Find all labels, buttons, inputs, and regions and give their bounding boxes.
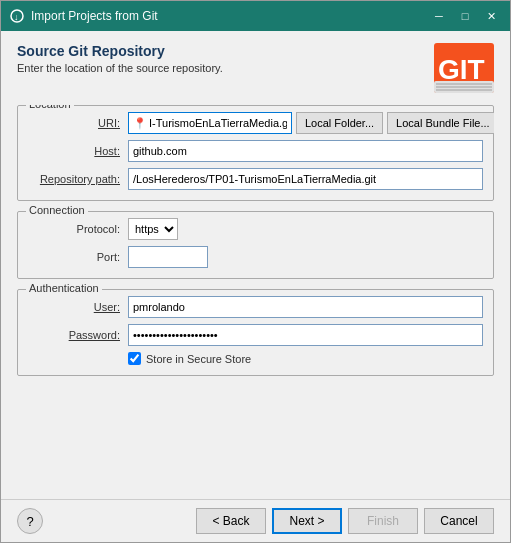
minimize-button[interactable]: ─ bbox=[428, 6, 450, 26]
window-icon: ↓ bbox=[9, 8, 25, 24]
footer: ? < Back Next > Finish Cancel bbox=[1, 499, 510, 542]
password-input[interactable] bbox=[128, 324, 483, 346]
finish-button[interactable]: Finish bbox=[348, 508, 418, 534]
password-label: Password: bbox=[28, 329, 128, 341]
authentication-group: Authentication User: Password: Store in … bbox=[17, 289, 494, 376]
host-label: Host: bbox=[28, 145, 128, 157]
next-button[interactable]: Next > bbox=[272, 508, 342, 534]
repo-path-label: Repository path: bbox=[28, 173, 128, 185]
window-title: Import Projects from Git bbox=[31, 9, 428, 23]
store-checkbox-row: Store in Secure Store bbox=[128, 352, 483, 365]
dialog-content: Source Git Repository Enter the location… bbox=[1, 31, 510, 499]
store-label: Store in Secure Store bbox=[146, 353, 251, 365]
svg-rect-6 bbox=[436, 86, 492, 88]
uri-label: URI: bbox=[28, 117, 128, 129]
local-folder-button[interactable]: Local Folder... bbox=[296, 112, 383, 134]
footer-left: ? bbox=[17, 508, 43, 534]
local-bundle-button[interactable]: Local Bundle File... bbox=[387, 112, 494, 134]
port-input[interactable] bbox=[128, 246, 208, 268]
dialog-header: Source Git Repository Enter the location… bbox=[17, 43, 494, 93]
uri-row: URI: 📍 Local Folder... Local Bundle File… bbox=[28, 112, 483, 134]
help-button[interactable]: ? bbox=[17, 508, 43, 534]
svg-rect-5 bbox=[436, 83, 492, 85]
repo-path-row: Repository path: bbox=[28, 168, 483, 190]
form-section: Location URI: 📍 Local Folder... Local Bu… bbox=[17, 105, 494, 491]
cancel-button[interactable]: Cancel bbox=[424, 508, 494, 534]
port-label: Port: bbox=[28, 251, 128, 263]
uri-input-group: 📍 Local Folder... Local Bundle File... bbox=[128, 112, 494, 134]
location-group-label: Location bbox=[26, 105, 74, 110]
back-button[interactable]: < Back bbox=[196, 508, 266, 534]
store-checkbox[interactable] bbox=[128, 352, 141, 365]
uri-pin-icon: 📍 bbox=[133, 117, 147, 130]
protocol-row: Protocol: https http git ssh bbox=[28, 218, 483, 240]
protocol-label: Protocol: bbox=[28, 223, 128, 235]
protocol-select[interactable]: https http git ssh bbox=[128, 218, 178, 240]
authentication-group-label: Authentication bbox=[26, 282, 102, 294]
connection-group-label: Connection bbox=[26, 204, 88, 216]
title-bar: ↓ Import Projects from Git ─ □ ✕ bbox=[1, 1, 510, 31]
uri-input[interactable] bbox=[149, 117, 287, 129]
host-row: Host: bbox=[28, 140, 483, 162]
uri-input-wrapper: 📍 bbox=[128, 112, 292, 134]
main-window: ↓ Import Projects from Git ─ □ ✕ Source … bbox=[0, 0, 511, 543]
user-label: User: bbox=[28, 301, 128, 313]
host-input[interactable] bbox=[128, 140, 483, 162]
repo-path-input[interactable] bbox=[128, 168, 483, 190]
dialog-subtitle: Enter the location of the source reposit… bbox=[17, 62, 223, 74]
dialog-title: Source Git Repository bbox=[17, 43, 223, 59]
maximize-button[interactable]: □ bbox=[454, 6, 476, 26]
user-input[interactable] bbox=[128, 296, 483, 318]
window-controls: ─ □ ✕ bbox=[428, 6, 502, 26]
close-button[interactable]: ✕ bbox=[480, 6, 502, 26]
port-row: Port: bbox=[28, 246, 483, 268]
header-text: Source Git Repository Enter the location… bbox=[17, 43, 223, 74]
user-row: User: bbox=[28, 296, 483, 318]
connection-group: Connection Protocol: https http git ssh … bbox=[17, 211, 494, 279]
footer-right: < Back Next > Finish Cancel bbox=[196, 508, 494, 534]
svg-rect-7 bbox=[436, 89, 492, 91]
password-row: Password: bbox=[28, 324, 483, 346]
location-group: Location URI: 📍 Local Folder... Local Bu… bbox=[17, 105, 494, 201]
svg-text:↓: ↓ bbox=[14, 12, 19, 22]
svg-text:GIT: GIT bbox=[438, 54, 485, 85]
git-logo: GIT bbox=[434, 43, 494, 93]
